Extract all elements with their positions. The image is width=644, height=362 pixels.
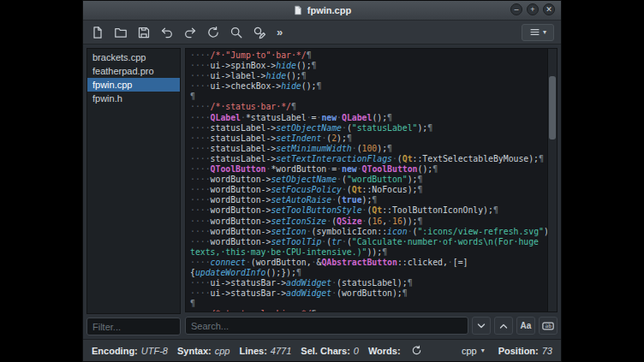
menu-icon bbox=[529, 27, 540, 38]
code-line[interactable]: ····QLabel·*statusLabel·=·new·QLabel();¶ bbox=[190, 113, 546, 123]
search-icon[interactable] bbox=[229, 25, 244, 40]
search-previous-button[interactable] bbox=[494, 317, 513, 335]
statusbar-items: Encoding:UTF-8Syntax:cppLines:4771Sel. C… bbox=[92, 346, 401, 356]
redo-icon[interactable] bbox=[182, 25, 198, 40]
maximize-button[interactable]: + bbox=[527, 3, 539, 15]
save-file-icon[interactable] bbox=[136, 25, 152, 40]
window-controls: – + ✕ bbox=[510, 3, 555, 15]
code-line[interactable]: ¶ bbox=[190, 92, 546, 102]
match-case-button[interactable]: Aa bbox=[516, 317, 535, 335]
whole-word-icon: ab bbox=[542, 321, 554, 331]
statusbar: Encoding:UTF-8Syntax:cppLines:4771Sel. C… bbox=[83, 339, 561, 361]
syntax-combobox[interactable]: cpp ▾ bbox=[462, 346, 485, 356]
document-icon bbox=[293, 5, 303, 15]
cursor-position: Position: 73 bbox=[498, 346, 552, 356]
code-line[interactable]: ····statusLabel->setIndent·(2);¶ bbox=[190, 134, 546, 144]
code-line[interactable]: ····wordButton->setObjectName·("wordButt… bbox=[190, 175, 546, 185]
code-line[interactable]: ····/*·"Jump·to"·bar·*/¶ bbox=[190, 50, 546, 61]
new-file-icon[interactable] bbox=[90, 25, 105, 40]
toolbar-overflow-button[interactable]: » bbox=[275, 26, 284, 39]
code-line[interactable]: ····/*·text·unlocking·*/¶ bbox=[190, 309, 546, 312]
titlebar[interactable]: fpwin.cpp – + ✕ bbox=[83, 1, 561, 21]
status-encoding: Encoding:UTF-8 bbox=[92, 346, 168, 356]
code-line[interactable]: ····statusLabel->setMinimumWidth·(100);¶ bbox=[190, 144, 546, 154]
vertical-scrollbar[interactable] bbox=[547, 49, 557, 312]
status-selchars: Sel. Chars:0 bbox=[301, 346, 359, 356]
svg-text:ab: ab bbox=[546, 323, 552, 329]
code-line[interactable]: ····wordButton->setToolTip·(tr·("Calcula… bbox=[190, 237, 546, 247]
code-line[interactable]: ····statusLabel->setTextInteractionFlags… bbox=[190, 154, 546, 164]
search-next-button[interactable] bbox=[472, 317, 491, 335]
open-file-icon[interactable] bbox=[113, 25, 128, 40]
code-line[interactable]: ····wordButton->setIcon·(symbolicIcon::i… bbox=[190, 227, 546, 237]
code-panel[interactable]: ····/*·"Jump·to"·bar·*/¶····ui->spinBox-… bbox=[185, 48, 558, 312]
code-line[interactable]: ····statusLabel->setObjectName·("statusL… bbox=[190, 123, 546, 134]
menu-button[interactable]: ▾ bbox=[522, 24, 554, 41]
filter-input[interactable] bbox=[86, 317, 181, 335]
file-item-fpwin.cpp[interactable]: fpwin.cpp bbox=[87, 78, 180, 92]
code-line[interactable]: ····connect·(wordButton,·&QAbstractButto… bbox=[190, 258, 546, 268]
window-title: fpwin.cpp bbox=[307, 5, 351, 15]
minimize-button[interactable]: – bbox=[510, 3, 522, 15]
sidebar: brackets.cppfeatherpad.profpwin.cppfpwin… bbox=[86, 48, 181, 335]
undo-icon[interactable] bbox=[159, 25, 175, 40]
code-line[interactable]: ····ui->label->hide();¶ bbox=[190, 71, 546, 81]
statusbar-right: cpp ▾ Position: 73 bbox=[462, 346, 552, 356]
code-line[interactable]: texts,·this·may·be·CPU-intensive.)"));¶ bbox=[190, 247, 546, 258]
code-line[interactable]: ····wordButton->setToolButtonStyle·(Qt::… bbox=[190, 205, 546, 216]
code-line[interactable]: ····wordButton->setFocusPolicy·(Qt::NoFo… bbox=[190, 185, 546, 195]
status-words: Words: bbox=[368, 346, 401, 356]
whole-word-button[interactable]: ab bbox=[539, 317, 558, 335]
file-item-fpwin.h[interactable]: fpwin.h bbox=[87, 92, 180, 105]
featherpad-window: fpwin.cpp – + ✕ » bbox=[82, 0, 562, 362]
code-area: ····/*·"Jump·to"·bar·*/¶····ui->spinBox-… bbox=[190, 50, 546, 312]
chevron-down-icon: ▾ bbox=[543, 29, 546, 36]
status-lines: Lines:4771 bbox=[239, 346, 291, 356]
refresh-icon bbox=[411, 345, 422, 356]
window-title-group: fpwin.cpp bbox=[293, 5, 351, 15]
code-line[interactable]: ¶ bbox=[190, 299, 546, 309]
code-line[interactable]: ····wordButton->setAutoRaise·(true);¶ bbox=[190, 195, 546, 205]
main-area: brackets.cppfeatherpad.profpwin.cppfpwin… bbox=[83, 45, 561, 339]
editor: ····/*·"Jump·to"·bar·*/¶····ui->spinBox-… bbox=[185, 48, 558, 335]
code-line[interactable]: ····/*·status·bar·*/¶ bbox=[190, 102, 546, 112]
file-item-featherpad.pro[interactable]: featherpad.pro bbox=[87, 64, 180, 78]
reload-icon[interactable] bbox=[206, 25, 221, 40]
position-label: Position: bbox=[498, 346, 539, 356]
chevron-down-icon: ▾ bbox=[481, 347, 485, 354]
code-line[interactable]: {updateWordInfo();});¶ bbox=[190, 268, 546, 278]
code-line[interactable]: ····ui->statusBar->addWidget·(statusLabe… bbox=[190, 278, 546, 288]
syntax-combobox-value: cpp bbox=[462, 346, 477, 356]
code-line[interactable]: ····ui->checkBox->hide();¶ bbox=[190, 81, 546, 92]
match-case-icon: Aa bbox=[521, 321, 532, 330]
chevron-down-icon bbox=[476, 321, 486, 331]
chevron-up-icon bbox=[498, 321, 509, 331]
toolbar: » ▾ bbox=[83, 21, 561, 45]
word-count-refresh-button[interactable] bbox=[410, 344, 424, 358]
file-item-brackets.cpp[interactable]: brackets.cpp bbox=[87, 50, 180, 64]
status-syntax: Syntax:cpp bbox=[177, 346, 230, 356]
code-line[interactable]: ····QToolButton·*wordButton·=·new·QToolB… bbox=[190, 164, 546, 175]
code-line[interactable]: ····ui->statusBar->addWidget·(wordButton… bbox=[190, 288, 546, 299]
code-line[interactable]: ····ui->spinBox->hide();¶ bbox=[190, 61, 546, 71]
file-list: brackets.cppfeatherpad.profpwin.cppfpwin… bbox=[86, 48, 181, 314]
scrollbar-handle[interactable] bbox=[549, 76, 556, 139]
position-value: 73 bbox=[542, 346, 552, 356]
close-button[interactable]: ✕ bbox=[543, 3, 555, 15]
search-bar: Aa ab bbox=[185, 316, 558, 335]
search-input[interactable] bbox=[185, 317, 468, 335]
find-replace-icon[interactable] bbox=[252, 25, 267, 40]
code-line[interactable]: ····wordButton->setIconSize·(QSize·(16,·… bbox=[190, 217, 546, 227]
